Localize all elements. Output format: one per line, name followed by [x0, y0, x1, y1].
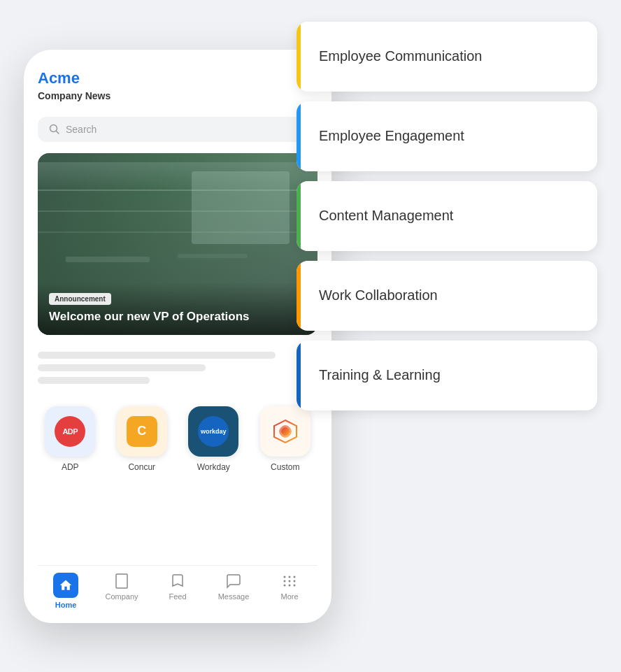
app-item-concur[interactable]: C Concur — [117, 406, 167, 472]
menu-item-label: Content Management — [319, 208, 453, 224]
accent-bar — [297, 22, 301, 92]
section-title: Company News — [38, 90, 317, 101]
app-item-workday[interactable]: workday Workday — [188, 406, 238, 472]
skeleton-content — [38, 346, 317, 395]
app-label-concur: Concur — [128, 462, 155, 472]
svg-point-16 — [289, 576, 291, 578]
more-icon — [281, 573, 298, 589]
menu-cards: Employee Communication Employee Engageme… — [297, 22, 597, 410]
svg-point-20 — [294, 584, 296, 586]
news-card[interactable]: Announcement Welcome our new VP of Opera… — [38, 153, 317, 335]
apps-section: ADP ADP C Concur w — [38, 395, 317, 483]
nav-item-company[interactable]: Company — [102, 573, 141, 609]
app-label-custom: Custom — [271, 462, 299, 472]
menu-item-label: Work Collaboration — [319, 287, 438, 303]
svg-point-13 — [289, 580, 291, 582]
svg-point-14 — [294, 580, 296, 582]
svg-rect-2 — [116, 574, 127, 588]
app-icon-adp: ADP — [45, 406, 95, 457]
svg-line-1 — [57, 131, 59, 134]
nav-label-home: Home — [55, 601, 77, 609]
app-label-workday: Workday — [197, 462, 230, 472]
accent-bar — [297, 181, 301, 251]
home-icon — [53, 573, 78, 598]
nav-item-more[interactable]: More — [270, 573, 309, 609]
menu-item-label: Employee Engagement — [319, 128, 464, 144]
svg-point-18 — [284, 584, 286, 586]
nav-label-message: Message — [218, 592, 250, 601]
announcement-badge: Announcement — [49, 293, 111, 305]
app-title: Acme — [38, 69, 317, 87]
nav-item-message[interactable]: Message — [214, 573, 253, 609]
nav-label-company: Company — [105, 592, 138, 601]
menu-item-work-collaboration[interactable]: Work Collaboration — [297, 261, 597, 331]
skeleton-line — [38, 352, 276, 359]
nav-label-more: More — [280, 592, 298, 601]
nav-label-feed: Feed — [169, 592, 186, 601]
scene: Employee Communication Employee Engageme… — [24, 22, 597, 651]
skeleton-line — [38, 377, 150, 384]
svg-point-12 — [284, 580, 286, 582]
app-icon-workday: workday — [188, 406, 238, 457]
svg-point-15 — [284, 576, 286, 578]
menu-item-employee-engagement[interactable]: Employee Engagement — [297, 101, 597, 171]
svg-point-17 — [294, 576, 296, 578]
accent-bar — [297, 341, 301, 410]
message-icon — [225, 573, 242, 589]
adp-logo: ADP — [55, 416, 85, 447]
app-icon-concur: C — [117, 406, 167, 457]
custom-logo — [270, 416, 301, 447]
news-card-overlay: Announcement Welcome our new VP of Opera… — [38, 282, 317, 334]
app-icon-custom — [260, 406, 310, 457]
news-card-title: Welcome our new VP of Operations — [49, 309, 306, 324]
search-bar[interactable]: Search — [38, 117, 317, 142]
accent-bar — [297, 101, 301, 171]
menu-item-training-learning[interactable]: Training & Learning — [297, 341, 597, 410]
app-item-adp[interactable]: ADP ADP — [45, 406, 95, 472]
menu-item-content-management[interactable]: Content Management — [297, 181, 597, 251]
svg-point-19 — [289, 584, 291, 586]
phone-header: Acme Company News — [38, 69, 317, 110]
menu-item-label: Employee Communication — [319, 48, 482, 64]
menu-item-label: Training & Learning — [319, 367, 441, 383]
workday-logo: workday — [198, 416, 229, 447]
skeleton-line — [38, 364, 206, 371]
feed-icon — [169, 573, 186, 589]
nav-item-feed[interactable]: Feed — [158, 573, 197, 609]
search-icon — [49, 124, 60, 135]
menu-item-employee-communication[interactable]: Employee Communication — [297, 22, 597, 92]
search-placeholder: Search — [66, 124, 97, 135]
accent-bar — [297, 261, 301, 331]
app-label-adp: ADP — [62, 462, 79, 472]
nav-item-home[interactable]: Home — [46, 573, 85, 609]
concur-logo: C — [127, 416, 157, 447]
bottom-nav: Home — [38, 565, 317, 623]
app-item-custom[interactable]: Custom — [260, 406, 310, 472]
phone-frame: Acme Company News Search — [24, 50, 331, 623]
company-icon — [113, 573, 130, 589]
